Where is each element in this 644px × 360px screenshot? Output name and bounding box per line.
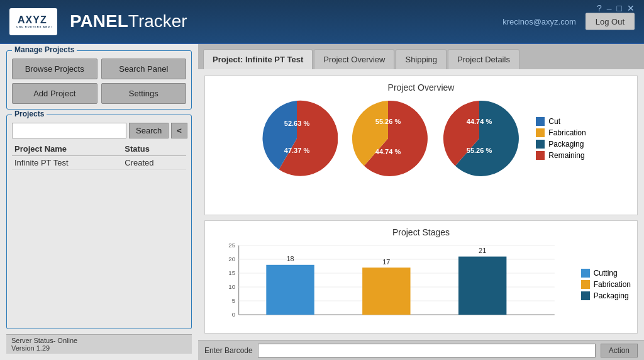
bar-legend-packaging-label: Packaging (594, 291, 629, 300)
search-panel-button[interactable]: Search Panel (101, 59, 187, 79)
clear-button[interactable]: < (171, 123, 187, 138)
svg-text:18: 18 (286, 256, 294, 262)
minimize-icon[interactable]: – (607, 3, 612, 13)
search-button[interactable]: Search (129, 123, 169, 138)
status-bar: Server Status- Online Version 1.29 (6, 334, 192, 354)
barcode-label: Enter Barcode (204, 346, 253, 355)
svg-text:5: 5 (232, 297, 235, 304)
projects-table: Project Name Status Infinite PT TestCrea… (12, 142, 186, 170)
content-area: Project: Infinite PT Test Project Overvi… (198, 44, 644, 360)
bar-chart-title: Project Stages (211, 227, 631, 237)
barcode-input[interactable] (258, 344, 596, 357)
manage-buttons-grid: Browse Projects Search Panel Add Project… (12, 59, 186, 104)
svg-rect-24 (362, 267, 410, 315)
pie-chart-fabrication: 55.26 % 44.74 % (347, 98, 429, 179)
window-controls: ? – □ ✕ (597, 3, 635, 13)
version: Version 1.29 (11, 344, 187, 352)
legend-packaging: Packaging (536, 140, 586, 149)
table-row[interactable]: Infinite PT TestCreated (12, 156, 186, 170)
pie-chart-cut: 52.63 % 47.37 % (256, 98, 338, 179)
manage-projects-box: Manage Projects Browse Projects Search P… (6, 50, 192, 110)
col-project-name: Project Name (12, 142, 122, 156)
tab-project-infinite[interactable]: Project: Infinite PT Test (203, 49, 313, 69)
tabs-bar: Project: Infinite PT Test Project Overvi… (198, 44, 644, 69)
sidebar: Manage Projects Browse Projects Search P… (0, 44, 198, 360)
col-status: Status (122, 142, 186, 156)
svg-text:47.37 %: 47.37 % (284, 147, 310, 154)
app-header: ? – □ ✕ AXYZ CNC ROUTERS AND KNIFE SYSTE… (0, 0, 644, 44)
projects-box: Projects Search < Project Name Status In… (6, 115, 192, 329)
barcode-bar: Enter Barcode Action (198, 340, 644, 360)
bar-legend-fabrication-label: Fabrication (594, 280, 631, 289)
svg-text:0: 0 (232, 311, 235, 318)
header-right: krecinos@axyz.com Log Out (502, 13, 635, 30)
svg-text:CNC ROUTERS AND KNIFE SYSTEMS: CNC ROUTERS AND KNIFE SYSTEMS (16, 25, 52, 28)
project-overview-title: Project Overview (211, 82, 631, 93)
manage-projects-title: Manage Projects (12, 45, 77, 54)
svg-text:25: 25 (228, 242, 235, 249)
project-name-cell: Infinite PT Test (12, 156, 122, 170)
maximize-icon[interactable]: □ (617, 3, 622, 13)
svg-text:21: 21 (479, 247, 486, 254)
legend-cut: Cut (536, 117, 586, 126)
pie-charts-section: Project Overview 52.63 % 47.37 % (204, 76, 638, 215)
bar-chart-section: Project Stages 0 5 (204, 220, 638, 334)
settings-button[interactable]: Settings (101, 83, 187, 104)
pie-legend: Cut Fabrication Packaging Remaining (536, 117, 586, 160)
add-project-button[interactable]: Add Project (12, 83, 97, 104)
legend-remaining: Remaining (536, 151, 586, 160)
svg-text:55.26 %: 55.26 % (467, 147, 492, 154)
svg-text:15: 15 (228, 269, 235, 276)
legend-fabrication: Fabrication (536, 128, 586, 137)
svg-text:44.74 %: 44.74 % (375, 148, 401, 155)
legend-packaging-label: Packaging (548, 140, 584, 149)
tab-shipping[interactable]: Shipping (396, 49, 447, 69)
svg-text:52.63 %: 52.63 % (284, 120, 310, 127)
bar-legend-cutting-label: Cutting (594, 269, 618, 278)
search-input[interactable] (12, 123, 126, 138)
projects-title: Projects (12, 110, 47, 118)
logo-text: AXYZ CNC ROUTERS AND KNIFE SYSTEMS (14, 11, 52, 33)
legend-fabrication-label: Fabrication (548, 128, 586, 137)
bar-legend-fabrication: Fabrication (581, 280, 631, 289)
content-panel: Project Overview 52.63 % 47.37 % (198, 69, 644, 340)
bar-legend: Cutting Fabrication Packaging (575, 242, 631, 327)
svg-text:44.74 %: 44.74 % (467, 118, 492, 125)
tab-project-overview[interactable]: Project Overview (314, 49, 394, 69)
help-icon[interactable]: ? (597, 3, 602, 13)
bar-chart-main: 0 5 10 15 20 (211, 242, 569, 327)
search-row: Search < (12, 123, 186, 138)
main-layout: Manage Projects Browse Projects Search P… (0, 44, 644, 360)
svg-text:AXYZ: AXYZ (18, 14, 47, 25)
server-status: Server Status- Online (11, 337, 187, 344)
logo-box: AXYZ CNC ROUTERS AND KNIFE SYSTEMS (9, 8, 57, 35)
svg-rect-22 (266, 265, 314, 315)
bar-legend-cutting: Cutting (581, 269, 631, 278)
svg-text:10: 10 (228, 283, 235, 290)
logo-area: AXYZ CNC ROUTERS AND KNIFE SYSTEMS PANEL… (9, 8, 187, 35)
close-icon[interactable]: ✕ (627, 3, 635, 13)
bar-legend-packaging: Packaging (581, 291, 631, 300)
action-button[interactable]: Action (601, 344, 638, 357)
project-status-cell: Created (122, 156, 186, 170)
tab-project-details[interactable]: Project Details (448, 49, 519, 69)
app-title: PANELTracker (70, 11, 187, 31)
pie-chart-packaging: 44.74 % 55.26 % (438, 98, 520, 179)
legend-cut-label: Cut (548, 117, 560, 126)
browse-projects-button[interactable]: Browse Projects (12, 59, 97, 79)
svg-text:55.26 %: 55.26 % (375, 118, 401, 125)
user-email: krecinos@axyz.com (502, 17, 576, 26)
svg-text:17: 17 (382, 259, 390, 266)
svg-rect-26 (458, 257, 506, 315)
legend-remaining-label: Remaining (548, 151, 584, 160)
logout-button[interactable]: Log Out (586, 13, 635, 30)
bar-chart-area: 0 5 10 15 20 (211, 242, 631, 327)
svg-text:20: 20 (228, 256, 235, 262)
